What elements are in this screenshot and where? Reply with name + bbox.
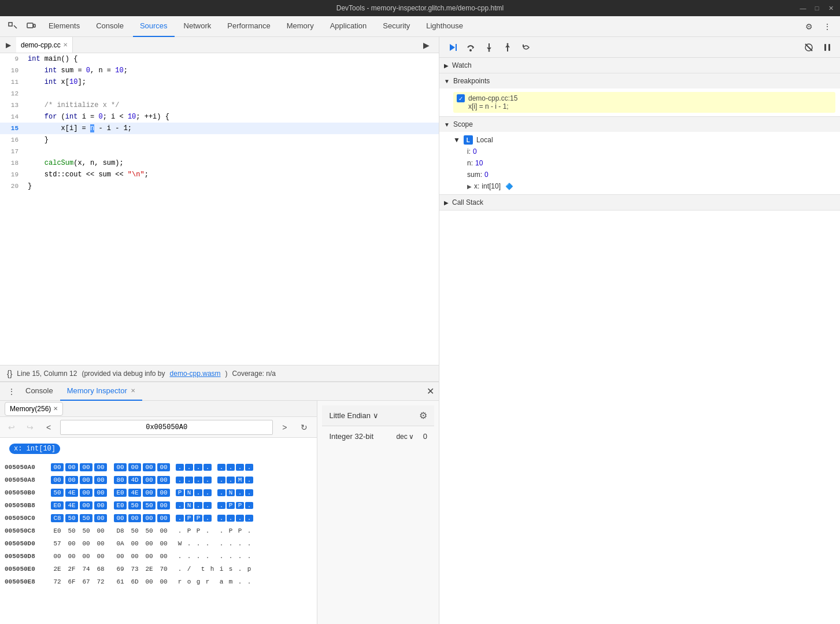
mem-row-e0: 005050E0 2E 2F 74 68 [0, 563, 317, 575]
file-tab-bar: ▶ demo-cpp.cc ✕ ▶ [0, 37, 439, 53]
mem-addr-a0: 005050A0 [5, 464, 51, 471]
memory-settings-button[interactable]: ⚙ [419, 410, 427, 421]
status-coverage: Coverage: n/a [232, 370, 276, 378]
memory-address-input[interactable] [60, 420, 273, 435]
wasm-link[interactable]: demo-cpp.wasm [170, 370, 221, 378]
code-area: 9 int main() { 10 int sum = 0, n = 10; 1… [0, 53, 439, 365]
mem-row-b0: 005050B0 50 4E 00 00 [0, 486, 317, 499]
file-tab-demo-cpp[interactable]: demo-cpp.cc ✕ [16, 37, 73, 53]
pause-on-exceptions-button[interactable] [819, 39, 835, 56]
bottom-tab-menu-button[interactable]: ⋮ [5, 385, 18, 398]
mem-row-b8: 005050B8 E0 4E 00 00 [0, 499, 317, 512]
step-button[interactable] [518, 39, 534, 56]
mem-ascii-e0: . / t h i s . p [172, 566, 253, 573]
step-over-button[interactable] [462, 39, 479, 56]
memory-prev-button[interactable]: < [42, 420, 55, 434]
device-toolbar-button[interactable] [23, 19, 39, 35]
scope-var-n: n: 10 [467, 157, 835, 169]
tab-application[interactable]: Application [323, 16, 374, 37]
scope-local-group[interactable]: ▼ L Local [453, 134, 835, 146]
bottom-tab-console[interactable]: Console [18, 382, 60, 401]
variable-tag[interactable]: x: int[10] [9, 444, 60, 454]
watch-section-header[interactable]: ▶ Watch [439, 58, 840, 73]
endian-select[interactable]: Little Endian ∨ [329, 411, 379, 420]
sidebar-toggle-button[interactable]: ▶ [0, 37, 16, 53]
tab-network[interactable]: Network [177, 16, 219, 37]
svg-point-6 [469, 49, 472, 51]
settings-button[interactable]: ⚙ [801, 19, 817, 35]
callstack-arrow-icon: ▶ [444, 200, 449, 206]
int-type-label: Integer 32-bit [329, 432, 387, 441]
int-value-display: 0 [423, 432, 427, 441]
mem-addr-e0: 005050E0 [5, 566, 51, 573]
mem-bytes-a8: 00 00 00 00 80 4D 00 [51, 476, 170, 484]
debugger-panel: ▶ Watch ▼ Breakpoints ✓ demo-cpp [439, 37, 840, 624]
restore-button[interactable]: □ [812, 3, 822, 13]
line-content-12 [23, 88, 439, 99]
breakpoint-checkbox[interactable]: ✓ [457, 94, 465, 102]
scope-arrow-icon: ▼ [444, 121, 450, 128]
breakpoints-arrow-icon: ▼ [444, 78, 450, 84]
close-button[interactable]: ✕ [826, 3, 835, 13]
memory-back-button[interactable]: ↩ [5, 420, 18, 434]
mem-row-d0: 005050D0 57 00 00 00 [0, 537, 317, 550]
file-tab-label: demo-cpp.cc [21, 41, 61, 49]
tab-elements[interactable]: Elements [42, 16, 87, 37]
file-tab-close[interactable]: ✕ [63, 42, 68, 48]
line-number-16: 16 [0, 134, 23, 146]
file-action-button[interactable]: ▶ [418, 37, 434, 53]
deactivate-breakpoints-button[interactable] [801, 39, 817, 56]
dec-format-select[interactable]: dec ∨ [396, 433, 413, 441]
step-out-button[interactable] [499, 39, 516, 56]
mem-addr-d0: 005050D0 [5, 540, 51, 547]
scope-var-x[interactable]: ▶ x: int[10] 🔷 [467, 180, 835, 192]
tab-security[interactable]: Security [376, 16, 417, 37]
mem-row-c0: 005050C0 C8 50 50 00 [0, 512, 317, 525]
step-into-button[interactable] [481, 39, 497, 56]
memory-forward-button[interactable]: ↪ [23, 420, 37, 434]
svg-rect-15 [828, 44, 830, 51]
code-line-10: 10 int sum = 0, n = 10; [0, 65, 439, 76]
tab-lighthouse[interactable]: Lighthouse [419, 16, 470, 37]
memory-right: Little Endian ∨ ⚙ Integer 32-bit dec ∨ [317, 401, 439, 624]
breakpoints-section-header[interactable]: ▼ Breakpoints [439, 73, 840, 88]
memory-inspector-tab-close[interactable]: ✕ [131, 387, 135, 394]
code-line-19: 19 std::cout << sum << "\n"; [0, 169, 439, 180]
mem-ascii-c0: . P P . . . . . [172, 515, 253, 522]
bottom-panel-close[interactable]: ✕ [427, 386, 434, 397]
svg-point-10 [507, 43, 509, 45]
scope-section-header[interactable]: ▼ Scope [439, 117, 840, 132]
line-content-19: std::cout << sum << "\n"; [23, 169, 439, 180]
code-line-20: 20 } [0, 180, 439, 192]
tab-sources[interactable]: Sources [133, 16, 175, 37]
tab-performance[interactable]: Performance [220, 16, 277, 37]
memory-file-tab-close[interactable]: ✕ [53, 405, 58, 412]
bottom-tab-memory-inspector[interactable]: Memory Inspector ✕ [60, 382, 142, 401]
memory-next-button[interactable]: > [277, 420, 291, 434]
more-button[interactable]: ⋮ [819, 19, 835, 35]
memory-icon[interactable]: 🔷 [505, 183, 513, 190]
mem-ascii-b8: . N . . . P P . [172, 502, 253, 509]
curly-brace-icon: {} [7, 369, 12, 378]
mem-addr-b0: 005050B0 [5, 489, 51, 496]
resume-button[interactable] [444, 39, 460, 56]
code-line-9: 9 int main() { [0, 53, 439, 65]
tab-memory[interactable]: Memory [280, 16, 321, 37]
minimize-button[interactable]: — [798, 3, 808, 13]
callstack-section-header[interactable]: ▶ Call Stack [439, 195, 840, 210]
mem-bytes-a0: 00 00 00 00 00 00 00 [51, 463, 170, 471]
mem-ascii-e8: r o g r a m . . [172, 578, 253, 585]
mem-row-c8: 005050C8 E0 50 50 00 [0, 525, 317, 537]
inspect-element-button[interactable] [5, 19, 21, 35]
breakpoints-section: ▼ Breakpoints ✓ demo-cpp.cc:15 x[i] = n … [439, 73, 840, 117]
memory-refresh-button[interactable]: ↻ [296, 419, 312, 435]
memory-file-tab[interactable]: Memory(256) ✕ [5, 402, 63, 416]
svg-rect-14 [824, 44, 826, 51]
scope-var-sum: sum: 0 [467, 169, 835, 180]
devtools-main: ▶ demo-cpp.cc ✕ ▶ 9 int main() { [0, 37, 840, 624]
x-expand-icon: ▶ [467, 183, 472, 190]
code-line-11: 11 int x[10]; [0, 76, 439, 88]
tab-console[interactable]: Console [89, 16, 131, 37]
line-number-15: 15 [0, 123, 23, 134]
breakpoint-file-label: demo-cpp.cc:15 [468, 94, 517, 102]
